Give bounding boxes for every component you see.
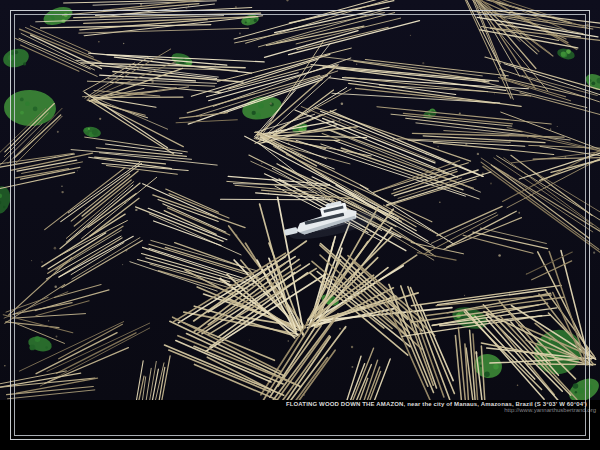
amazon-aerial-photo: [0, 0, 600, 400]
caption-url: http://www.yannarthusbertrand.org: [286, 407, 596, 414]
wallpaper-canvas: FLOATING WOOD DOWN THE AMAZON, near the …: [0, 0, 600, 450]
caption: FLOATING WOOD DOWN THE AMAZON, near the …: [286, 401, 587, 414]
